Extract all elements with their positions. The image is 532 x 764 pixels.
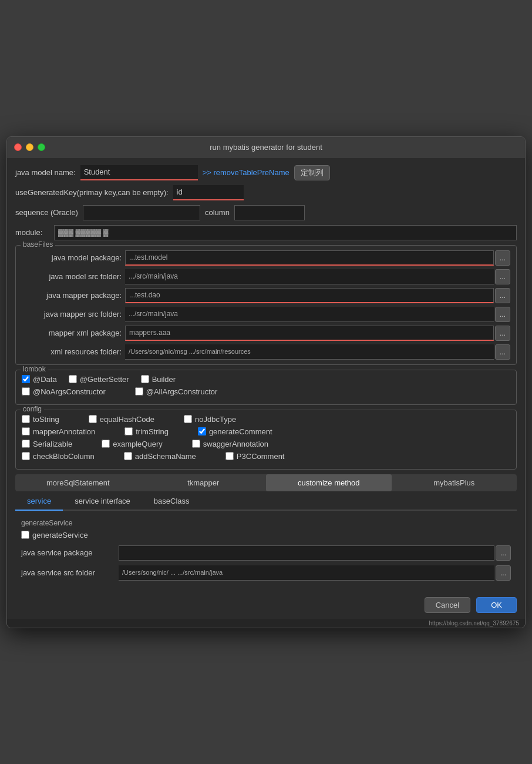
equal-hash-checkbox[interactable] <box>89 415 97 423</box>
all-args-label: @AllArgsConstructor <box>146 387 218 396</box>
base-files-section: baseFiles java model package: ...test.mo… <box>15 245 517 365</box>
ok-button[interactable]: OK <box>476 597 517 613</box>
getter-setter-check: @GetterSetter <box>69 375 129 384</box>
minimize-button[interactable] <box>26 143 33 151</box>
java-model-src-input[interactable] <box>125 269 494 284</box>
generate-service-checkbox[interactable] <box>21 531 29 539</box>
tab-mybatis-plus[interactable]: mybatisPlus <box>392 474 517 491</box>
column-input[interactable] <box>234 205 305 220</box>
cancel-button[interactable]: Cancel <box>425 597 470 613</box>
swagger-label: swaggerAnnotation <box>203 440 268 448</box>
java-service-src-input[interactable] <box>119 565 494 581</box>
mapper-annotation-checkbox[interactable] <box>22 427 30 435</box>
maximize-button[interactable] <box>38 143 45 151</box>
module-row: module: ▓▓▓ ▓▓▓▓▓ ▓ <box>15 225 517 240</box>
xml-resources-browse[interactable]: ... <box>495 344 510 360</box>
tab-tkmapper[interactable]: tkmapper <box>141 474 267 491</box>
add-schema-checkbox[interactable] <box>124 452 132 460</box>
no-args-checkbox[interactable] <box>22 387 30 396</box>
tab2-service[interactable]: service <box>15 492 63 510</box>
customize-col-button[interactable]: 定制列 <box>294 165 330 180</box>
tab2-service-interface[interactable]: service interface <box>63 492 142 510</box>
generate-comment-checkbox[interactable] <box>198 427 206 435</box>
trim-string-checkbox[interactable] <box>124 427 133 435</box>
remove-table-pre-name-link[interactable]: >> removeTablePreName <box>203 168 289 177</box>
p3c-checkbox[interactable] <box>225 452 234 460</box>
java-mapper-package-browse[interactable]: ... <box>495 288 510 303</box>
base-files-label: baseFiles <box>21 240 55 249</box>
mapper-annotation-label: mapperAnnotation <box>33 427 95 436</box>
close-button[interactable] <box>14 143 22 151</box>
example-query-check: exampleQuery <box>102 440 163 448</box>
java-service-package-row: java service package ... <box>21 545 511 561</box>
serializable-check: Serializable <box>22 440 72 448</box>
java-model-name-label: java model name: <box>15 168 76 177</box>
java-service-package-browse[interactable]: ... <box>496 545 511 561</box>
java-model-src-browse[interactable]: ... <box>495 269 510 284</box>
no-args-check: @NoArgsConstructor <box>22 387 106 396</box>
statusbar: https://blog.csdn.net/qq_37892675 <box>7 619 525 628</box>
check-blob-checkbox[interactable] <box>22 452 30 460</box>
add-schema-check: addSchemaName <box>124 452 196 461</box>
java-service-src-label: java service src folder <box>21 568 115 577</box>
module-select[interactable]: ▓▓▓ ▓▓▓▓▓ ▓ <box>54 225 517 240</box>
java-model-package-select[interactable]: ...test.model <box>125 250 494 266</box>
sequence-label: sequence (Oracle) <box>15 208 78 217</box>
builder-checkbox[interactable] <box>141 375 149 383</box>
swagger-checkbox[interactable] <box>192 440 200 448</box>
use-generated-key-input[interactable] <box>173 185 244 200</box>
java-mapper-src-input[interactable] <box>125 307 494 322</box>
tab-customize-method[interactable]: customize method <box>266 474 392 491</box>
java-mapper-package-label: java mapper package: <box>22 291 122 300</box>
config-row2: mapperAnnotation trimString generateComm… <box>22 427 510 436</box>
no-jdbc-checkbox[interactable] <box>184 415 192 423</box>
trim-string-check: trimString <box>124 427 169 436</box>
java-model-package-row: java model package: ...test.model ... <box>22 250 510 266</box>
column-label: column <box>205 208 230 217</box>
equal-hash-label: equalHashCode <box>100 415 154 424</box>
java-model-package-label: java model package: <box>22 253 122 262</box>
java-model-src-row: java model src folder: ... <box>22 269 510 284</box>
all-args-checkbox[interactable] <box>135 387 143 396</box>
to-string-checkbox[interactable] <box>22 415 30 423</box>
getter-setter-label: @GetterSetter <box>80 375 129 384</box>
builder-label: Builder <box>152 375 176 384</box>
config-row3: Serializable exampleQuery swaggerAnnotat… <box>22 440 510 448</box>
example-query-label: exampleQuery <box>113 440 163 448</box>
lombok-label: lombok <box>21 365 48 373</box>
add-schema-label: addSchemaName <box>135 452 196 461</box>
trim-string-label: trimString <box>136 427 169 436</box>
tab-more-sql[interactable]: moreSqlStatement <box>15 474 141 491</box>
check-blob-label: checkBlobColumn <box>33 452 95 461</box>
no-args-label: @NoArgsConstructor <box>33 387 106 396</box>
java-mapper-src-row: java mapper src folder: ... <box>22 307 510 322</box>
java-service-src-browse[interactable]: ... <box>496 565 511 581</box>
generate-service-title: generateService <box>21 519 511 527</box>
config-section: config toString equalHashCode noJdbcType <box>15 410 517 470</box>
java-mapper-package-select[interactable]: ...test.dao <box>125 288 494 303</box>
serializable-checkbox[interactable] <box>22 440 30 448</box>
titlebar: run mybatis generator for student <box>7 137 525 158</box>
mapper-xml-package-label: mapper xml package: <box>22 329 122 337</box>
lombok-row2: @NoArgsConstructor @AllArgsConstructor <box>22 387 510 396</box>
mapper-xml-package-browse[interactable]: ... <box>495 326 510 341</box>
java-model-package-browse[interactable]: ... <box>495 250 510 266</box>
getter-setter-checkbox[interactable] <box>69 375 77 383</box>
main-window: run mybatis generator for student java m… <box>6 136 526 628</box>
xml-resources-label: xml resources folder: <box>22 347 122 356</box>
mapper-xml-package-select[interactable]: mappers.aaa <box>125 326 494 341</box>
java-mapper-src-browse[interactable]: ... <box>495 307 510 322</box>
serializable-label: Serializable <box>33 440 72 448</box>
module-label: module: <box>15 228 50 237</box>
java-model-name-input[interactable] <box>80 165 198 180</box>
java-model-name-row: java model name: >> removeTablePreName 定… <box>15 165 517 180</box>
java-service-package-select[interactable] <box>119 545 494 561</box>
tab2-base-class[interactable]: baseClass <box>142 492 201 510</box>
sequence-input[interactable] <box>83 205 200 220</box>
xml-resources-input[interactable] <box>125 344 494 360</box>
builder-check: Builder <box>141 375 176 384</box>
example-query-checkbox[interactable] <box>102 440 110 448</box>
equal-hash-check: equalHashCode <box>89 415 154 424</box>
data-checkbox[interactable] <box>22 375 30 383</box>
mapper-annotation-check: mapperAnnotation <box>22 427 95 436</box>
